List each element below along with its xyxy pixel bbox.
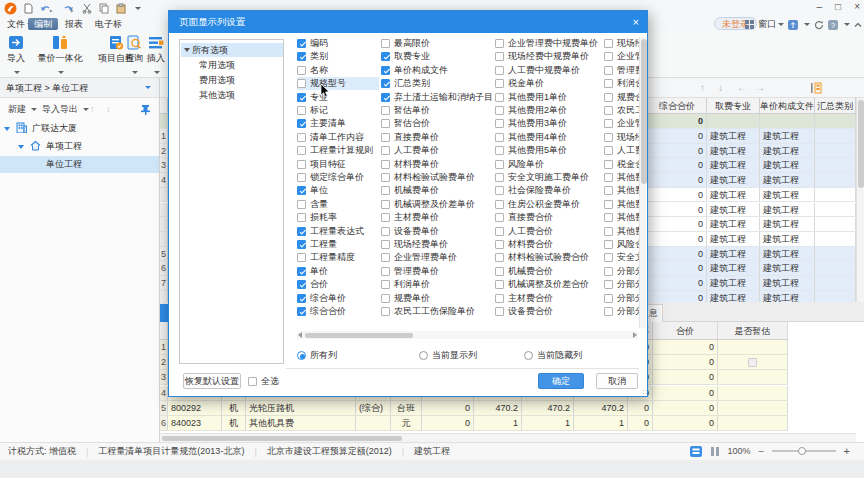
checkbox-icon[interactable]	[604, 200, 613, 209]
checkbox-icon[interactable]	[381, 307, 390, 316]
dialog-checkbox-item[interactable]: 材料检验试验费合价	[495, 251, 589, 264]
checkbox-icon[interactable]	[495, 227, 504, 236]
checkbox-icon[interactable]	[495, 280, 504, 289]
checkbox-icon[interactable]	[604, 227, 613, 236]
dialog-checkbox-item[interactable]: 单价构成文件	[381, 64, 448, 77]
scroll-left-icon[interactable]	[298, 332, 302, 338]
checkbox-icon[interactable]	[604, 186, 613, 195]
checkbox-icon[interactable]	[604, 307, 613, 316]
dialog-checkbox-item[interactable]: 主要清单	[297, 117, 346, 130]
dialog-checkbox-item[interactable]: 其他费	[604, 225, 639, 238]
checkbox-icon[interactable]	[495, 52, 504, 61]
zoom-in-button[interactable]: +	[844, 445, 850, 457]
checkbox-icon[interactable]	[381, 119, 390, 128]
detail-table-row[interactable]: 6840023机其他机具费元011100	[160, 416, 788, 431]
dialog-checkbox-item[interactable]: 机械费单价	[381, 184, 439, 197]
move-down-icon[interactable]: ↓	[106, 98, 111, 120]
sync-icon[interactable]	[814, 20, 824, 30]
radio-visible-columns[interactable]: 当前显示列	[419, 349, 477, 362]
checkbox-icon[interactable]	[604, 106, 613, 115]
checkbox-icon[interactable]	[381, 39, 390, 48]
cancel-button[interactable]: 取消	[596, 373, 638, 389]
dialog-checkbox-item[interactable]: 安全文	[604, 251, 639, 264]
checkbox-icon[interactable]	[495, 133, 504, 142]
checkbox-icon[interactable]	[297, 227, 306, 236]
dialog-checkbox-item[interactable]: 综合单价	[297, 292, 346, 305]
dialog-checkbox-item[interactable]: 其他费用3单价	[495, 117, 567, 130]
checkbox-icon[interactable]	[604, 133, 613, 142]
column-view-icon[interactable]	[710, 446, 720, 457]
dialog-checkbox-item[interactable]: 税金合	[604, 158, 639, 171]
import-export-button[interactable]: 导入导出	[42, 98, 89, 120]
dialog-checkbox-item[interactable]: 合价	[297, 278, 328, 291]
copy-icon[interactable]	[99, 3, 109, 14]
dialog-tree-item[interactable]: 常用选项	[181, 58, 283, 72]
move-up-icon[interactable]: ↑	[90, 98, 95, 120]
checkbox-icon[interactable]	[381, 227, 390, 236]
checkbox-icon[interactable]	[297, 52, 306, 61]
checkbox-icon[interactable]	[297, 93, 306, 102]
collapse-ribbon-icon[interactable]	[854, 22, 862, 28]
checkbox-icon[interactable]	[604, 294, 613, 303]
header-cell[interactable]: 汇总类别	[815, 98, 856, 113]
dialog-checkbox-item[interactable]: 汇总类别	[381, 77, 430, 90]
checkbox-icon[interactable]	[297, 173, 306, 182]
detail-header-cell[interactable]	[160, 322, 168, 339]
dialog-checkbox-item[interactable]: 其他费	[604, 171, 639, 184]
checkbox-icon[interactable]	[604, 39, 613, 48]
dialog-checkbox-item[interactable]: 人工费	[604, 144, 639, 157]
checkbox-icon[interactable]	[381, 200, 390, 209]
cut-icon[interactable]	[82, 3, 92, 14]
dialog-checkbox-item[interactable]: 其他费用5单价	[495, 144, 567, 157]
undo-icon[interactable]	[40, 4, 54, 14]
dialog-checkbox-item[interactable]: 类别	[297, 50, 328, 63]
checkbox-icon[interactable]	[495, 267, 504, 276]
checkbox-icon[interactable]	[297, 160, 306, 169]
checkbox-icon[interactable]	[604, 93, 613, 102]
dialog-checkbox-item[interactable]: 利润合	[604, 77, 639, 90]
dialog-checkbox-item[interactable]: 含量	[297, 198, 328, 211]
checkbox-icon[interactable]	[604, 160, 613, 169]
dialog-checkbox-item[interactable]: 住房公积金费单价	[495, 198, 580, 211]
checkbox-icon[interactable]	[297, 267, 306, 276]
ribbon-insert-button[interactable]: 插入	[142, 35, 170, 77]
checkbox-icon[interactable]	[604, 52, 613, 61]
checkbox-icon[interactable]	[381, 146, 390, 155]
customize-caret-icon[interactable]	[135, 7, 141, 10]
checkbox-icon[interactable]	[604, 267, 613, 276]
checkbox-icon[interactable]	[297, 253, 306, 262]
dialog-checkbox-item[interactable]: 编码	[297, 37, 328, 50]
dialog-checkbox-item[interactable]: 现场经	[604, 37, 639, 50]
checkbox-icon[interactable]	[495, 173, 504, 182]
dialog-checkbox-item[interactable]: 分部分	[604, 265, 639, 278]
dialog-checkbox-item[interactable]: 人工费合价	[495, 225, 553, 238]
checkbox-icon[interactable]	[297, 240, 306, 249]
down-arrow-icon[interactable]: ↓	[718, 82, 723, 93]
dialog-checkbox-item[interactable]: 单位	[297, 184, 328, 197]
dialog-checkbox-item[interactable]: 材料费合价	[495, 238, 553, 251]
checkbox-icon[interactable]	[495, 213, 504, 222]
radio-all-columns[interactable]: 所有列	[297, 349, 337, 362]
dialog-close-icon[interactable]: ×	[633, 11, 639, 33]
checkbox-icon[interactable]	[381, 160, 390, 169]
menu-tab-bianzhi[interactable]: 编制	[28, 18, 58, 30]
ribbon-price-integration-button[interactable]: 量价一体化	[32, 35, 88, 77]
checkbox-icon[interactable]	[297, 200, 306, 209]
dialog-checkbox-item[interactable]: 农民工	[604, 104, 639, 117]
checkbox-icon[interactable]	[381, 106, 390, 115]
close-button[interactable]: ×	[854, 1, 860, 12]
dialog-checkbox-item[interactable]: 风险合	[604, 238, 639, 251]
dialog-vertical-scrollbar[interactable]	[639, 37, 646, 328]
share-icon[interactable]	[788, 20, 798, 30]
dialog-checkbox-item[interactable]: 分部分	[604, 278, 639, 291]
dialog-checkbox-item[interactable]: 人工费中规费单价	[495, 64, 580, 77]
dialog-checkbox-item[interactable]: 主材费合价	[495, 292, 553, 305]
dialog-checkbox-item[interactable]: 规格型号	[297, 77, 379, 90]
dialog-checkbox-item[interactable]: 利润单价	[381, 278, 430, 291]
dialog-checkbox-item[interactable]: 现场经费单价	[381, 238, 448, 251]
menu-tab-report[interactable]: 报表	[62, 18, 86, 30]
zoom-slider[interactable]	[772, 450, 836, 452]
checkbox-icon[interactable]	[381, 253, 390, 262]
grid-icon[interactable]	[745, 20, 754, 29]
dialog-tree-item[interactable]: 其他选项	[181, 88, 283, 102]
